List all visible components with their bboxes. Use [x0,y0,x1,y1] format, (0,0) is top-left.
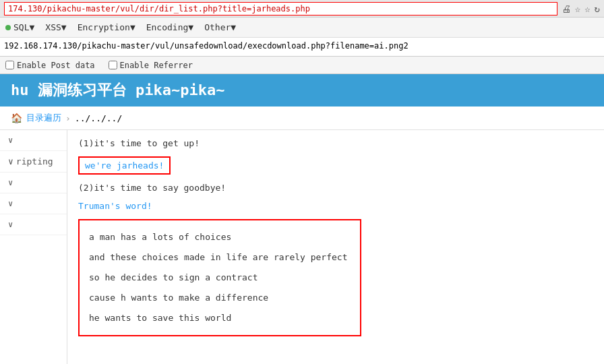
content-line1: (1)it's time to get up! [78,135,593,151]
chevron-icon-1: ∨ [8,135,13,145]
enable-referrer-checkbox[interactable] [109,61,117,69]
other-label: Other▼ [204,22,236,32]
left-sidebar: ∨ ∨ ripting ∨ ∨ ∨ [0,130,67,364]
app-title: hu 漏洞练习平台 pika~pika~ [11,80,224,100]
highlighted-link-wrapper: we're jarheads! [78,156,593,175]
other-menu[interactable]: Other▼ [204,22,236,32]
jarheads-link[interactable]: we're jarheads! [78,156,171,175]
breadcrumb-path: ../../../ [75,113,122,123]
content-line2: (2)it's time to say goodbye! [78,180,593,195]
enable-post-text: Enable Post data [17,61,95,70]
content-area: ∨ ∨ ripting ∨ ∨ ∨ (1)it's time to get up… [0,130,604,364]
encoding-menu[interactable]: Encoding▼ [146,22,193,32]
url-input[interactable] [4,2,557,16]
sidebar-row-ripting[interactable]: ∨ ripting [0,151,67,173]
poem-line-3: so he decides to sign a contract [89,268,351,288]
url-input-area[interactable] [0,38,604,57]
sql-label: SQL▼ [13,22,34,32]
sidebar-row-3[interactable]: ∨ [0,173,67,193]
enable-post-checkbox[interactable] [5,61,14,69]
encoding-label: Encoding▼ [146,22,193,32]
breadcrumb-sep: › [65,113,71,123]
poem-box: a man has a lots of choices and these ch… [78,219,361,336]
truman-link[interactable]: Truman's word! [78,201,152,211]
checkbox-row: Enable Post data Enable Referrer [0,57,604,74]
toolbar: SQL▼ XSS▼ Encryption▼ Encoding▼ Other▼ [0,18,604,38]
main-content: 🏠 目录遍历 › ../../../ ∨ ∨ ripting ∨ ∨ ∨ [0,107,604,364]
print-icon[interactable]: 🖨 [562,3,571,14]
xss-label: XSS▼ [45,22,66,32]
xss-menu[interactable]: XSS▼ [45,22,66,32]
sidebar-row-5[interactable]: ∨ [0,214,67,235]
truman-link-wrapper: Truman's word! [78,201,593,211]
encryption-label: Encryption▼ [78,22,135,32]
encryption-menu[interactable]: Encryption▼ [78,22,135,32]
enable-referrer-text: Enable Referrer [120,61,193,70]
main-panel: (1)it's time to get up! we're jarheads! … [67,130,604,364]
browser-bar: 🖨 ☆ ☆ ↻ [0,0,604,18]
poem-line-2: and these choices made in life are rarel… [89,247,351,268]
sql-menu[interactable]: SQL▼ [5,22,34,32]
browser-icons: 🖨 ☆ ☆ ↻ [562,3,600,14]
sidebar-row-1[interactable]: ∨ [0,130,67,151]
chevron-icon-5: ∨ [8,220,13,229]
home-icon[interactable]: 🏠 [11,113,22,123]
poem-line-4: cause h wants to make a difference [89,288,351,308]
chevron-icon-2: ∨ [8,156,13,166]
chevron-icon-3: ∨ [8,178,13,187]
bookmark-icon[interactable]: ☆ [584,3,590,14]
app-header: hu 漏洞练习平台 pika~pika~ [0,74,604,107]
sidebar-ripting-label: ripting [16,156,53,166]
star-icon[interactable]: ☆ [575,3,580,14]
chevron-icon-4: ∨ [8,199,13,208]
refresh-icon[interactable]: ↻ [595,3,600,14]
poem-line-5: he wants to save this world [89,308,351,328]
enable-post-label[interactable]: Enable Post data [5,61,95,70]
poem-line-1: a man has a lots of choices [89,227,351,247]
sidebar-row-4[interactable]: ∨ [0,193,67,214]
breadcrumb-link[interactable]: 目录遍历 [26,112,61,124]
enable-referrer-label[interactable]: Enable Referrer [109,61,193,70]
target-url-input[interactable] [4,41,600,51]
breadcrumb: 🏠 目录遍历 › ../../../ [0,107,604,130]
